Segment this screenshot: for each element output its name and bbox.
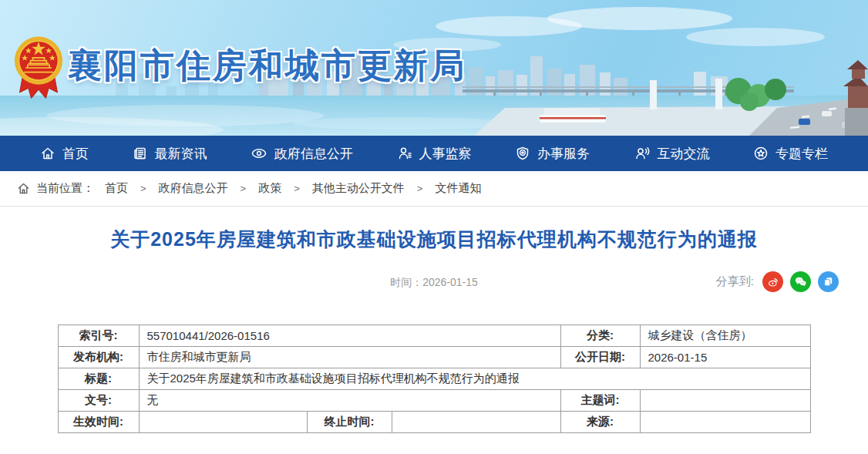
main-navigation: 首页 最新资讯 政府信息公开 人事监察 办事服务 互动交流 专题专栏 [0,136,868,171]
table-row: 标题: 关于2025年房屋建筑和市政基础设施项目招标代理机构不规范行为的通报 [58,368,810,390]
article-content: 关于2025年房屋建筑和市政基础设施项目招标代理机构不规范行为的通报 时间：20… [0,207,868,433]
document-info-table: 索引号: 557010441/2026-01516 分类: 城乡建设（含住房） … [58,325,811,433]
breadcrumb-item-gov-info[interactable]: 政府信息公开 [159,181,228,196]
issuing-agency-value: 市住房和城市更新局 [139,347,560,368]
doc-number-value: 无 [139,390,560,412]
article-meta: 时间：2026-01-15 分享到: [0,271,868,294]
effective-date-value [139,412,307,433]
doc-title-value: 关于2025年房屋建筑和市政基础设施项目招标代理机构不规范行为的通报 [139,368,810,390]
time-value: 2026-01-15 [422,276,478,288]
breadcrumb-separator: > [140,183,146,194]
keywords-value [640,390,810,412]
site-title: 襄阳市住房和城市更新局 [68,43,466,89]
nav-item-label: 人事监察 [419,145,472,163]
breadcrumb-item-policy[interactable]: 政策 [258,181,281,196]
nav-item-label: 首页 [62,145,89,163]
weibo-share-icon[interactable] [762,271,783,292]
share-bar: 分享到: [716,271,839,292]
publish-date-value: 2026-01-15 [640,347,810,368]
breadcrumb-label: 当前位置： [36,181,94,196]
keywords-label: 主题词: [560,390,640,412]
expiry-date-value [392,412,560,433]
national-emblem [14,31,63,105]
person-icon [397,146,412,161]
source-value [640,412,810,433]
breadcrumb-separator: > [294,183,300,194]
nav-item-special-columns[interactable]: 专题专栏 [753,145,828,163]
publish-date-label: 公开日期: [560,347,640,368]
table-row: 发布机构: 市住房和城市更新局 公开日期: 2026-01-15 [58,347,810,368]
nav-item-news[interactable]: 最新资讯 [133,145,207,163]
nav-item-label: 专题专栏 [775,145,828,163]
nav-item-label: 政府信息公开 [274,145,353,163]
nav-item-personnel[interactable]: 人事监察 [397,145,472,163]
index-number-label: 索引号: [58,325,139,347]
people-chat-icon [634,146,651,161]
index-number-value: 557010441/2026-01516 [139,325,560,347]
breadcrumb-item-doc-notice[interactable]: 文件通知 [435,181,481,196]
shield-target-icon [515,146,530,161]
nav-item-services[interactable]: 办事服务 [515,145,590,163]
nav-item-home[interactable]: 首页 [40,145,89,163]
home-icon [17,182,30,195]
nav-item-label: 办事服务 [537,145,590,163]
copy-share-icon[interactable] [818,271,839,292]
home-icon [40,146,56,161]
category-label: 分类: [560,325,640,347]
table-row: 索引号: 557010441/2026-01516 分类: 城乡建设（含住房） [58,325,810,347]
expiry-date-label: 终止时间: [307,412,392,433]
nav-item-label: 最新资讯 [155,145,207,163]
table-row: 文号: 无 主题词: [58,390,810,412]
share-label: 分享到: [716,274,754,289]
doc-number-label: 文号: [58,390,139,412]
time-label: 时间： [390,276,422,288]
breadcrumb-separator: > [241,183,247,194]
issuing-agency-label: 发布机构: [58,347,139,368]
news-icon [133,146,148,161]
site-header: 襄阳市住房和城市更新局 [0,0,868,136]
eye-icon [251,146,267,161]
source-label: 来源: [560,412,640,433]
breadcrumb-item-other-public-docs[interactable]: 其他主动公开文件 [312,181,405,196]
nav-item-label: 互动交流 [658,145,710,163]
breadcrumb: 当前位置： 首页 > 政府信息公开 > 政策 > 其他主动公开文件 > 文件通知 [0,171,868,207]
article-title: 关于2025年房屋建筑和市政基础设施项目招标代理机构不规范行为的通报 [0,227,868,252]
wechat-share-icon[interactable] [790,271,811,292]
star-circle-icon [753,146,769,161]
breadcrumb-item-home[interactable]: 首页 [105,181,128,196]
nav-item-gov-info[interactable]: 政府信息公开 [251,145,353,163]
category-value: 城乡建设（含住房） [640,325,810,347]
nav-item-interaction[interactable]: 互动交流 [634,145,710,163]
effective-date-label: 生效时间: [58,412,139,433]
breadcrumb-separator: > [417,183,423,194]
table-row: 生效时间: 终止时间: 来源: [58,412,810,433]
doc-title-label: 标题: [58,368,139,390]
